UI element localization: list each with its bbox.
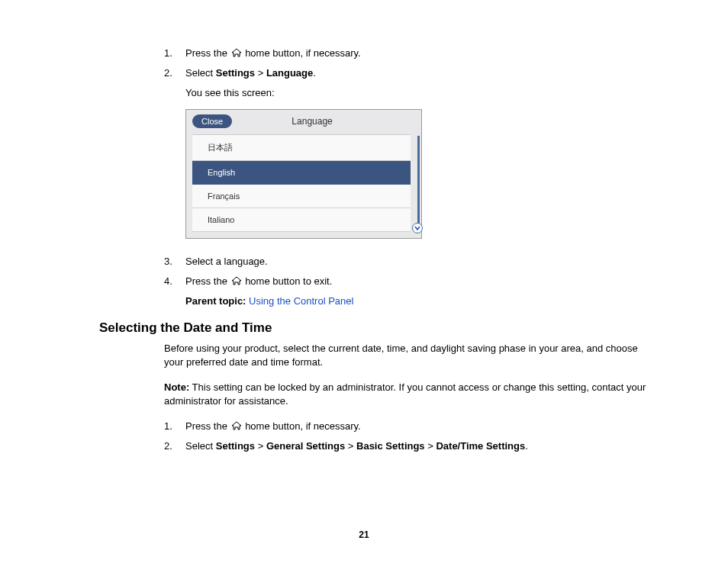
step-text-post: home button, if necessary. <box>243 420 361 432</box>
close-button[interactable]: Close <box>192 114 232 128</box>
parent-topic: Parent topic: Using the Control Panel <box>185 295 652 307</box>
note-text: This setting can be locked by an adminis… <box>164 381 646 407</box>
step-number: 1. <box>164 46 172 61</box>
home-icon <box>231 275 242 290</box>
step-number: 1. <box>164 419 172 434</box>
language-option[interactable]: 日本語 <box>192 135 411 161</box>
page-content: 1. Press the home button, if necessary. … <box>164 46 652 454</box>
parent-topic-link[interactable]: Using the Control Panel <box>249 295 353 307</box>
parent-topic-label: Parent topic: <box>185 295 246 307</box>
home-icon <box>231 47 242 62</box>
language-screenshot: Close Language 日本語EnglishFrançaisItalian… <box>185 109 422 239</box>
scroll-down-button[interactable] <box>412 223 423 233</box>
step-1b: 1. Press the home button, if necessary. <box>164 419 652 434</box>
step-text-pre: Press the <box>185 275 230 287</box>
home-icon <box>231 420 242 435</box>
steps-list-1: 1. Press the home button, if necessary. … <box>164 46 652 100</box>
language-option[interactable]: Italiano <box>192 208 411 232</box>
chevron-down-icon <box>414 225 420 231</box>
step-number: 3. <box>164 254 172 269</box>
step-text-pre: Select <box>185 67 216 79</box>
page-number: 21 <box>0 529 728 540</box>
scrollbar[interactable] <box>417 136 420 230</box>
step-text-post: home button to exit. <box>243 275 333 287</box>
step-text: Select a language. <box>185 256 268 267</box>
language-option[interactable]: English <box>192 161 411 185</box>
step-2: 2. Select Settings > Language. You see t… <box>164 66 652 100</box>
step-number: 4. <box>164 274 172 289</box>
language-bold: Language <box>266 67 313 79</box>
step-text-post: home button, if necessary. <box>243 47 361 59</box>
screenshot-header: Close Language <box>192 114 415 128</box>
note-label: Note: <box>164 381 189 393</box>
step-number: 2. <box>164 66 172 81</box>
intro-paragraph: Before using your product, select the cu… <box>164 342 652 369</box>
section-heading: Selecting the Date and Time <box>99 320 652 336</box>
step-text-pre: Press the <box>185 420 230 432</box>
step-3: 3. Select a language. <box>164 254 652 269</box>
language-option[interactable]: Français <box>192 185 411 208</box>
step-2b: 2. Select Settings > General Settings > … <box>164 439 652 454</box>
steps-list-1b: 3. Select a language. 4. Press the home … <box>164 254 652 289</box>
screenshot-title: Language <box>232 116 415 127</box>
language-list-wrap: 日本語EnglishFrançaisItaliano <box>192 134 415 232</box>
note-paragraph: Note: This setting can be locked by an a… <box>164 381 652 408</box>
step-subtext: You see this screen: <box>185 85 652 101</box>
step-4: 4. Press the home button to exit. <box>164 274 652 289</box>
steps-list-2: 1. Press the home button, if necessary. … <box>164 419 652 454</box>
step-text-pre: Select <box>185 440 216 452</box>
step-text-pre: Press the <box>185 47 230 59</box>
settings-bold: Settings <box>216 67 255 79</box>
step-1: 1. Press the home button, if necessary. <box>164 46 652 61</box>
language-list: 日本語EnglishFrançaisItaliano <box>192 134 411 232</box>
step-number: 2. <box>164 439 172 454</box>
